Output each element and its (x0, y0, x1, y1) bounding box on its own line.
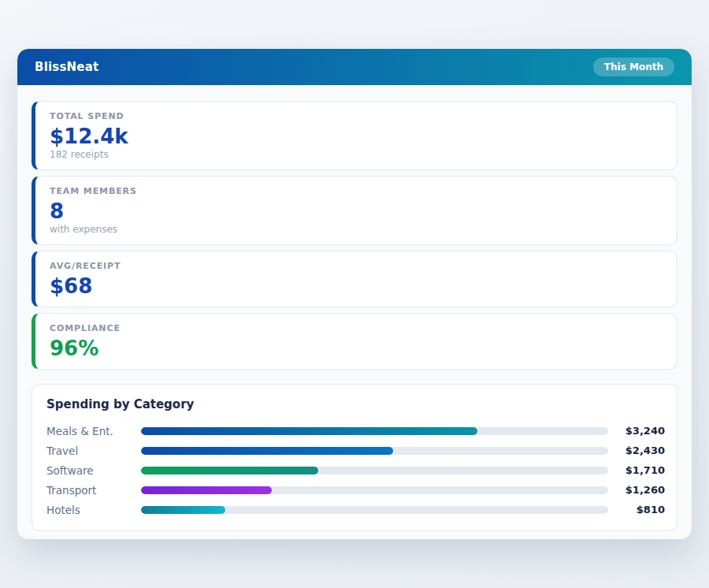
dashboard-content: TOTAL SPEND $12.4k 182 receipts TEAM MEM… (17, 85, 692, 539)
bar-fill (141, 427, 477, 435)
chart-row-hotels: Hotels $810 (46, 500, 665, 519)
category-label: Travel (46, 445, 141, 457)
stat-label: COMPLIANCE (50, 323, 663, 333)
stat-subtext: 182 receipts (50, 149, 663, 160)
chart-row-meals: Meals & Ent. $3,240 (46, 421, 665, 441)
category-value: $1,710 (608, 464, 665, 476)
bar-fill (141, 467, 318, 474)
chart-row-transport: Transport $1,260 (46, 480, 665, 500)
stat-card-total-spend: TOTAL SPEND $12.4k 182 receipts (32, 101, 677, 170)
stat-label: TOTAL SPEND (50, 111, 663, 121)
category-label: Hotels (46, 504, 141, 516)
stat-label: TEAM MEMBERS (50, 186, 663, 196)
chart-row-travel: Travel $2,430 (46, 441, 665, 460)
chart-title: Spending by Category (46, 397, 665, 411)
stat-value: $12.4k (50, 125, 663, 147)
stat-card-avg-receipt: AVG/RECEIPT $68 (32, 251, 677, 307)
category-label: Transport (46, 484, 141, 497)
bar-track (141, 486, 608, 494)
stat-card-team-members: TEAM MEMBERS 8 with expenses (32, 176, 677, 245)
period-badge[interactable]: This Month (593, 58, 674, 76)
stat-subtext: with expenses (50, 224, 663, 235)
spending-by-category-card: Spending by Category Meals & Ent. $3,240… (32, 384, 677, 531)
bar-track (141, 506, 608, 514)
stat-card-compliance: COMPLIANCE 96% (32, 313, 677, 370)
category-label: Meals & Ent. (46, 425, 141, 437)
category-value: $1,260 (608, 484, 665, 496)
stat-label: AVG/RECEIPT (50, 261, 663, 271)
category-label: Software (46, 464, 141, 477)
category-value: $2,430 (608, 445, 665, 456)
bar-track (141, 447, 608, 455)
bar-fill (141, 486, 272, 494)
app-header: BlissNeat This Month (17, 49, 692, 85)
category-value: $810 (608, 504, 665, 515)
chart-row-software: Software $1,710 (46, 460, 665, 480)
stat-value: 96% (50, 337, 663, 359)
bar-fill (141, 447, 393, 455)
bar-track (141, 427, 608, 435)
app-title: BlissNeat (35, 60, 98, 74)
stat-value: $68 (50, 275, 663, 297)
category-value: $3,240 (608, 425, 665, 437)
bar-fill (141, 506, 225, 514)
stat-value: 8 (50, 200, 663, 222)
dashboard-panel: BlissNeat This Month TOTAL SPEND $12.4k … (17, 49, 692, 539)
bar-track (141, 467, 608, 474)
